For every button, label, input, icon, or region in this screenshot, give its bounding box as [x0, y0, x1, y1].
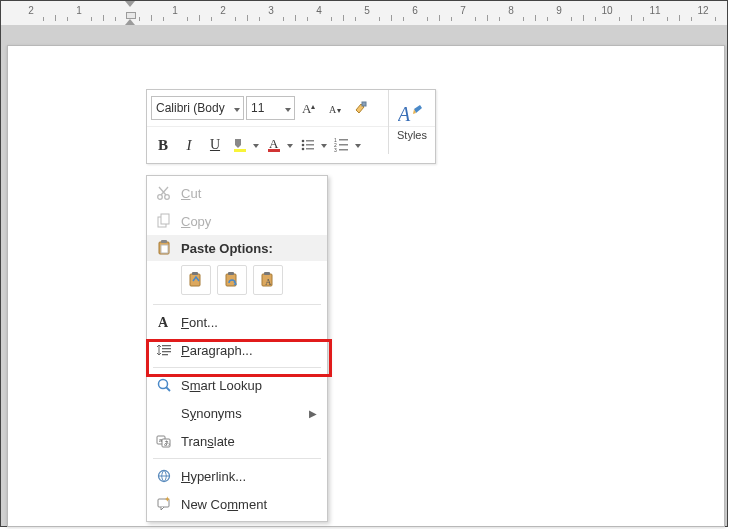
menu-copy-label: Copy — [181, 214, 211, 229]
menu-hyperlink-label: Hyperlink... — [181, 469, 246, 484]
word-document-area: 21123456789101112 Calibri (Body 11 A▴ A▾ — [0, 0, 728, 527]
ruler-number: 5 — [364, 5, 370, 16]
horizontal-ruler[interactable]: 21123456789101112 — [1, 1, 727, 26]
menu-smart-lookup[interactable]: Smart Lookup — [147, 371, 327, 399]
svg-rect-9 — [306, 140, 314, 142]
font-icon: A — [153, 312, 175, 332]
svg-text:▾: ▾ — [337, 106, 341, 115]
new-comment-icon: ✦ — [153, 494, 175, 514]
svg-rect-15 — [339, 139, 348, 141]
svg-text:A: A — [329, 104, 337, 115]
italic-button[interactable]: I — [177, 133, 201, 157]
menu-paragraph-label: Paragraph... — [181, 343, 253, 358]
styles-label: Styles — [397, 129, 427, 141]
underline-button[interactable]: U — [203, 133, 227, 157]
styles-button[interactable]: A Styles — [388, 90, 435, 154]
ruler-number: 2 — [28, 5, 34, 16]
cut-icon — [153, 183, 175, 203]
copy-icon — [153, 211, 175, 231]
svg-point-21 — [158, 195, 163, 200]
chevron-down-icon[interactable] — [232, 101, 242, 115]
svg-point-22 — [165, 195, 170, 200]
mini-toolbar: Calibri (Body 11 A▴ A▾ B I U — [146, 89, 436, 164]
svg-text:A: A — [269, 136, 279, 151]
styles-icon: A — [398, 103, 426, 127]
grow-font-button[interactable]: A▴ — [297, 96, 321, 120]
menu-new-comment-label: New Comment — [181, 497, 267, 512]
svg-rect-11 — [306, 144, 314, 146]
svg-rect-39 — [162, 354, 168, 355]
chevron-down-icon[interactable] — [251, 140, 261, 150]
font-color-button[interactable]: A — [263, 133, 295, 157]
ruler-number: 12 — [697, 5, 708, 16]
highlight-color-button[interactable] — [229, 133, 261, 157]
svg-rect-31 — [228, 272, 234, 275]
bold-button[interactable]: B — [151, 133, 175, 157]
menu-translate[interactable]: aあ Translate — [147, 427, 327, 455]
paste-merge-formatting[interactable] — [217, 265, 247, 295]
ruler-number: 9 — [556, 5, 562, 16]
svg-rect-5 — [234, 149, 246, 152]
menu-paste-options-label: Paste Options: — [181, 241, 273, 256]
chevron-down-icon[interactable] — [353, 140, 363, 150]
chevron-down-icon[interactable] — [319, 140, 329, 150]
menu-copy[interactable]: Copy — [147, 207, 327, 235]
svg-rect-27 — [161, 245, 168, 253]
ruler-number: 6 — [412, 5, 418, 16]
font-size-combo[interactable]: 11 — [246, 96, 295, 120]
svg-rect-37 — [162, 348, 171, 349]
bullets-button[interactable] — [297, 133, 329, 157]
ruler-number: 11 — [649, 5, 660, 16]
svg-text:A: A — [398, 103, 411, 125]
menu-synonyms-label: Synonyms — [181, 406, 242, 421]
ruler-number: 10 — [601, 5, 612, 16]
svg-rect-38 — [162, 351, 171, 352]
font-name-value: Calibri (Body — [156, 101, 225, 115]
ruler-number: 2 — [220, 5, 226, 16]
ruler-number: 8 — [508, 5, 514, 16]
svg-rect-13 — [306, 148, 314, 150]
menu-new-comment[interactable]: ✦ New Comment — [147, 490, 327, 518]
font-name-combo[interactable]: Calibri (Body — [151, 96, 244, 120]
paste-icon — [153, 238, 175, 258]
ruler-number: 7 — [460, 5, 466, 16]
svg-rect-7 — [268, 149, 280, 152]
svg-text:✦: ✦ — [164, 496, 171, 504]
svg-text:あ: あ — [164, 440, 170, 447]
context-menu: Cut Copy Paste Options: A — [146, 175, 328, 522]
svg-rect-24 — [161, 214, 169, 224]
svg-point-8 — [302, 140, 305, 143]
svg-rect-36 — [162, 345, 171, 346]
svg-rect-26 — [161, 240, 167, 243]
font-size-value: 11 — [251, 101, 264, 115]
menu-font[interactable]: A Font... — [147, 308, 327, 336]
paste-keep-source-formatting[interactable] — [181, 265, 211, 295]
synonyms-icon — [153, 403, 175, 423]
svg-text:A: A — [158, 315, 169, 330]
ruler-number: 3 — [268, 5, 274, 16]
svg-point-10 — [302, 144, 305, 147]
menu-synonyms[interactable]: Synonyms ▶ — [147, 399, 327, 427]
paste-text-only[interactable]: A — [253, 265, 283, 295]
shrink-font-button[interactable]: A▾ — [323, 96, 347, 120]
svg-text:A: A — [265, 277, 272, 287]
menu-cut[interactable]: Cut — [147, 179, 327, 207]
ruler-number: 4 — [316, 5, 322, 16]
hyperlink-icon — [153, 466, 175, 486]
menu-paste-options-header: Paste Options: — [147, 235, 327, 261]
chevron-down-icon[interactable] — [283, 101, 293, 115]
svg-rect-29 — [192, 272, 198, 275]
menu-font-label: Font... — [181, 315, 218, 330]
indent-markers[interactable] — [122, 1, 136, 25]
menu-paragraph[interactable]: Paragraph... — [147, 336, 327, 364]
numbering-button[interactable]: 1 2 3 — [331, 133, 363, 157]
svg-text:▴: ▴ — [311, 102, 315, 111]
svg-rect-33 — [264, 272, 270, 275]
paragraph-icon — [153, 340, 175, 360]
format-painter-button[interactable] — [349, 96, 373, 120]
svg-rect-4 — [362, 102, 366, 106]
menu-hyperlink[interactable]: Hyperlink... — [147, 462, 327, 490]
svg-rect-19 — [339, 149, 348, 151]
ruler-number: 1 — [172, 5, 178, 16]
chevron-down-icon[interactable] — [285, 140, 295, 150]
